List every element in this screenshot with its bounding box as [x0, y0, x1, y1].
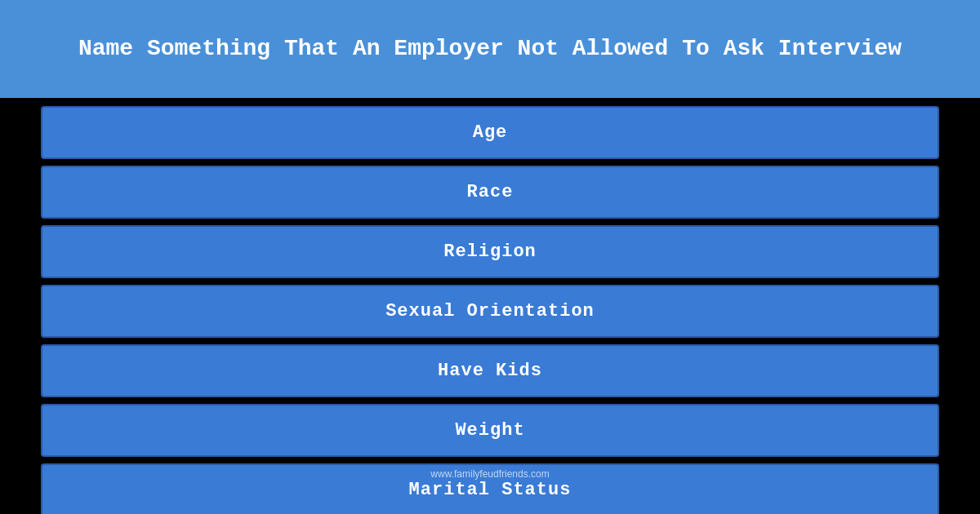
answer-row-7[interactable]: Marital Status	[41, 463, 939, 514]
answer-label-4: Sexual Orientation	[385, 301, 595, 321]
page-title: Name Something That An Employer Not Allo…	[78, 34, 902, 64]
answer-row-4[interactable]: Sexual Orientation	[41, 285, 939, 338]
answer-row-6[interactable]: Weight	[41, 404, 939, 457]
answer-label-1: Age	[473, 122, 508, 143]
answer-label-7: Marital Status	[409, 480, 572, 500]
answer-label-5: Have Kids	[438, 361, 542, 381]
answer-label-3: Religion	[443, 241, 537, 262]
header: Name Something That An Employer Not Allo…	[0, 0, 980, 98]
answer-label-2: Race	[467, 182, 514, 202]
answer-label-6: Weight	[455, 420, 524, 441]
answer-row-3[interactable]: Religion	[41, 225, 939, 278]
answer-row-2[interactable]: Race	[41, 166, 939, 219]
answers-container: AgeRaceReligionSexual OrientationHave Ki…	[0, 98, 980, 514]
answer-row-5[interactable]: Have Kids	[41, 344, 939, 397]
answer-row-1[interactable]: Age	[41, 106, 939, 159]
